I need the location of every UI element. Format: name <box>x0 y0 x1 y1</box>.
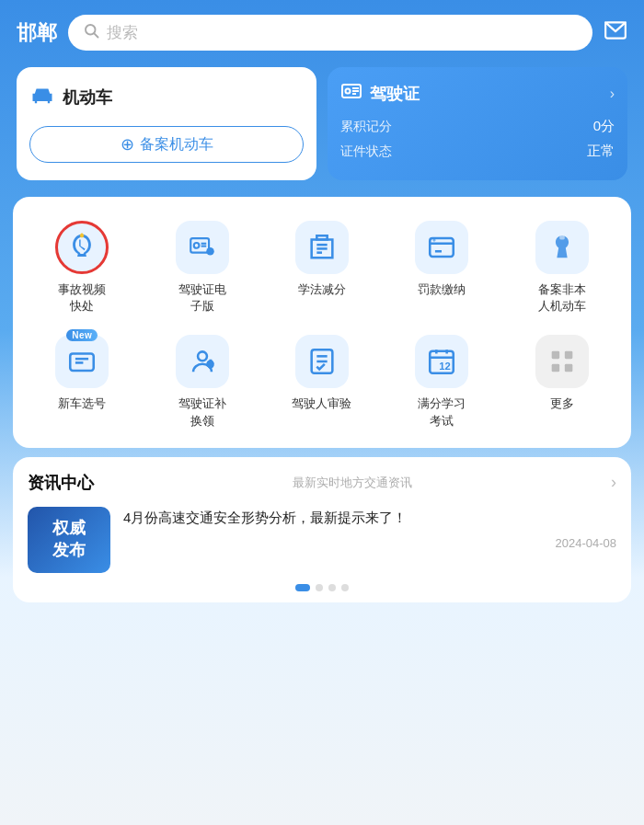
news-subtitle: 最新实时地方交通资讯 <box>293 475 412 491</box>
news-date: 2024-04-08 <box>123 536 616 550</box>
svg-rect-40 <box>551 364 559 372</box>
register-motor-button[interactable]: ⊕ 备案机动车 <box>29 126 304 163</box>
service-renew-label: 驾驶证补换领 <box>178 395 226 429</box>
svg-point-4 <box>346 89 351 94</box>
license-arrow-icon[interactable]: › <box>610 86 615 102</box>
accumulated-value: 0分 <box>593 118 615 135</box>
motor-card-title: 机动车 <box>63 86 112 109</box>
alarm-icon <box>55 221 109 274</box>
service-review[interactable]: 驾驶人审验 <box>262 327 382 436</box>
news-section: 资讯中心 最新实时地方交通资讯 › 权威 发布 4月份高速交通安全形势分析，最新… <box>13 457 631 602</box>
svg-rect-39 <box>565 351 573 360</box>
svg-text:e: e <box>209 248 213 256</box>
service-more-label: 更多 <box>550 395 574 412</box>
service-fullscore[interactable]: 12 满分学习考试 <box>382 327 501 436</box>
elicense-icon: e <box>176 221 229 274</box>
news-arrow-icon[interactable]: › <box>611 473 616 492</box>
status-row: 证件状态 正常 <box>340 143 615 160</box>
newcar-icon: New <box>55 335 109 388</box>
service-study[interactable]: 学法减分 <box>262 213 382 322</box>
service-newcar[interactable]: New 新车选号 <box>22 327 142 436</box>
id-card-icon <box>340 80 362 107</box>
search-bar[interactable]: 搜索 <box>68 15 592 51</box>
svg-line-1 <box>94 33 98 37</box>
service-elicense[interactable]: e 驾驶证电子版 <box>142 213 261 322</box>
dot-3 <box>328 584 336 591</box>
fine-icon: ¥ <box>415 221 468 274</box>
news-thumbnail: 权威 发布 <box>28 507 110 573</box>
service-newcar-label: 新车选号 <box>58 395 106 412</box>
city-name: 邯郸 <box>17 19 57 47</box>
services-panel: 事故视频快处 e 驾驶证电子版 学法减分 ¥ 罚款缴纳 <box>13 197 631 448</box>
news-thumb-line1: 权威 <box>52 518 86 539</box>
register-icon <box>535 221 589 274</box>
more-icon <box>535 335 589 388</box>
service-fine[interactable]: ¥ 罚款缴纳 <box>382 213 501 322</box>
svg-point-11 <box>193 243 199 248</box>
search-icon <box>83 22 99 43</box>
service-study-label: 学法减分 <box>298 281 346 298</box>
car-icon <box>29 82 55 113</box>
service-register-label: 备案非本人机动车 <box>538 281 586 315</box>
service-renew[interactable]: $ 驾驶证补换领 <box>142 327 261 436</box>
review-icon <box>295 335 349 388</box>
services-grid: 事故视频快处 e 驾驶证电子版 学法减分 ¥ 罚款缴纳 <box>22 213 622 437</box>
dot-4 <box>341 584 349 591</box>
svg-text:¥: ¥ <box>432 236 436 244</box>
mail-icon[interactable] <box>604 18 627 48</box>
service-accident[interactable]: 事故视频快处 <box>22 213 142 322</box>
svg-rect-38 <box>551 351 559 360</box>
service-elicense-label: 驾驶证电子版 <box>178 281 226 315</box>
news-header: 资讯中心 最新实时地方交通资讯 › <box>28 472 616 494</box>
new-badge: New <box>66 329 98 341</box>
license-title-left: 驾驶证 <box>340 80 420 107</box>
status-label: 证件状态 <box>340 143 392 160</box>
news-text: 4月份高速交通安全形势分析，最新提示来了！ <box>123 507 616 529</box>
cards-row: 机动车 ⊕ 备案机动车 驾驶证 › 累积记分 0分 证件状态 正常 <box>0 60 644 188</box>
service-review-label: 驾驶人审验 <box>292 395 351 412</box>
license-card-title: 驾驶证 <box>370 83 420 105</box>
dot-1 <box>295 584 310 591</box>
calendar-icon: 12 <box>415 335 468 388</box>
motor-card: 机动车 ⊕ 备案机动车 <box>17 67 316 180</box>
service-more[interactable]: 更多 <box>502 327 622 436</box>
service-register[interactable]: 备案非本人机动车 <box>502 213 622 322</box>
dot-2 <box>316 584 323 591</box>
news-title: 资讯中心 <box>28 472 94 494</box>
motor-card-title-row: 机动车 <box>29 82 304 113</box>
news-item[interactable]: 权威 发布 4月份高速交通安全形势分析，最新提示来了！ 2024-04-08 <box>28 507 616 573</box>
news-content: 4月份高速交通安全形势分析，最新提示来了！ 2024-04-08 <box>123 507 616 550</box>
plus-icon: ⊕ <box>121 134 134 155</box>
renew-icon: $ <box>176 335 229 388</box>
service-fine-label: 罚款缴纳 <box>418 281 466 298</box>
svg-rect-9 <box>81 233 84 235</box>
svg-text:$: $ <box>208 360 213 369</box>
search-placeholder-text: 搜索 <box>107 22 138 43</box>
svg-point-27 <box>198 352 207 361</box>
svg-text:12: 12 <box>440 361 452 372</box>
pagination-dots <box>28 584 616 591</box>
book-icon <box>295 221 349 274</box>
license-title-row: 驾驶证 › <box>340 80 615 107</box>
register-btn-label: 备案机动车 <box>140 135 213 155</box>
header: 邯郸 搜索 <box>0 0 644 60</box>
svg-rect-41 <box>565 364 573 372</box>
service-fullscore-label: 满分学习考试 <box>418 395 466 429</box>
status-value: 正常 <box>587 143 615 160</box>
news-thumb-line2: 发布 <box>52 540 86 561</box>
svg-rect-23 <box>559 235 565 239</box>
license-card: 驾驶证 › 累积记分 0分 证件状态 正常 <box>328 67 627 180</box>
accumulated-score-row: 累积记分 0分 <box>340 118 615 135</box>
service-accident-label: 事故视频快处 <box>58 281 106 315</box>
accumulated-label: 累积记分 <box>340 119 392 135</box>
